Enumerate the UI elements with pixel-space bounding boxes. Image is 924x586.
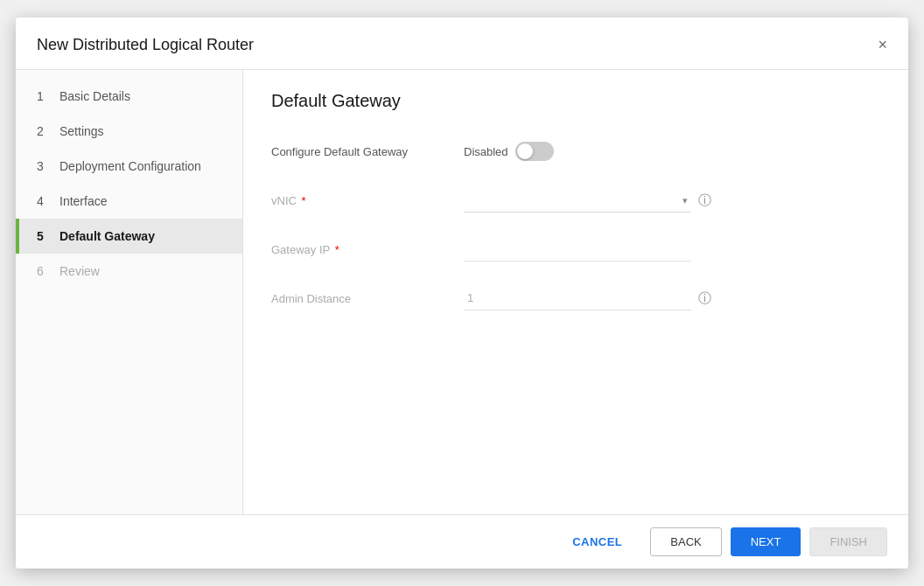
next-button[interactable]: NEXT xyxy=(731,527,802,556)
toggle-slider xyxy=(515,142,554,161)
modal-body: 1 Basic Details 2 Settings 3 Deployment … xyxy=(16,70,908,514)
vnic-label: vNIC * xyxy=(271,194,464,207)
step-number: 6 xyxy=(37,264,49,278)
sidebar-item-deployment[interactable]: 3 Deployment Configuration xyxy=(16,149,242,184)
admin-distance-row: Admin Distance ⓘ xyxy=(271,283,880,314)
sidebar-item-label: Basic Details xyxy=(60,89,130,103)
step-number: 5 xyxy=(37,229,49,243)
sidebar-item-interface[interactable]: 4 Interface xyxy=(16,184,242,219)
modal-header: New Distributed Logical Router × xyxy=(16,17,908,70)
admin-distance-input[interactable] xyxy=(464,286,691,310)
gateway-ip-row: Gateway IP * xyxy=(271,234,880,265)
content-area: Default Gateway Configure Default Gatewa… xyxy=(243,70,908,514)
gateway-toggle[interactable] xyxy=(515,142,554,161)
sidebar-item-label: Settings xyxy=(60,124,104,138)
step-number: 2 xyxy=(37,124,49,138)
gateway-ip-label: Gateway IP * xyxy=(271,243,464,256)
toggle-control-wrap: Disabled xyxy=(464,142,880,161)
toggle-status-label: Disabled xyxy=(464,145,508,158)
sidebar-item-review[interactable]: 6 Review xyxy=(16,254,242,289)
sidebar: 1 Basic Details 2 Settings 3 Deployment … xyxy=(16,70,243,514)
step-number: 1 xyxy=(37,89,49,103)
configure-gateway-label: Configure Default Gateway xyxy=(271,145,464,158)
content-title: Default Gateway xyxy=(271,91,880,111)
sidebar-item-default-gateway[interactable]: 5 Default Gateway xyxy=(16,219,242,254)
sidebar-item-label: Interface xyxy=(60,194,107,208)
admin-distance-info-icon[interactable]: ⓘ xyxy=(698,290,711,307)
sidebar-item-label: Review xyxy=(60,264,100,278)
configure-gateway-row: Configure Default Gateway Disabled xyxy=(271,136,880,167)
cancel-button[interactable]: CANCEL xyxy=(553,528,641,555)
admin-distance-label: Admin Distance xyxy=(271,292,464,305)
finish-button: FINISH xyxy=(809,527,887,556)
vnic-info-icon[interactable]: ⓘ xyxy=(698,192,711,209)
admin-distance-control-wrap: ⓘ xyxy=(464,286,880,310)
vnic-select[interactable] xyxy=(464,188,691,213)
modal-title: New Distributed Logical Router xyxy=(37,35,254,69)
sidebar-item-basic-details[interactable]: 1 Basic Details xyxy=(16,79,242,114)
vnic-control-wrap: ▾ ⓘ xyxy=(464,188,880,213)
step-number: 4 xyxy=(37,194,49,208)
close-button[interactable]: × xyxy=(878,37,887,52)
modal-dialog: New Distributed Logical Router × 1 Basic… xyxy=(16,17,908,569)
modal-footer: CANCEL BACK NEXT FINISH xyxy=(16,514,908,569)
step-number: 3 xyxy=(37,159,49,173)
back-button[interactable]: BACK xyxy=(650,527,721,556)
sidebar-item-settings[interactable]: 2 Settings xyxy=(16,114,242,149)
vnic-row: vNIC * ▾ ⓘ xyxy=(271,185,880,216)
sidebar-item-label: Default Gateway xyxy=(60,229,155,243)
toggle-wrap: Disabled xyxy=(464,142,554,161)
gateway-ip-input[interactable] xyxy=(464,237,691,262)
gateway-ip-control-wrap xyxy=(464,237,880,262)
sidebar-item-label: Deployment Configuration xyxy=(60,159,201,173)
vnic-select-wrap: ▾ xyxy=(464,188,691,213)
